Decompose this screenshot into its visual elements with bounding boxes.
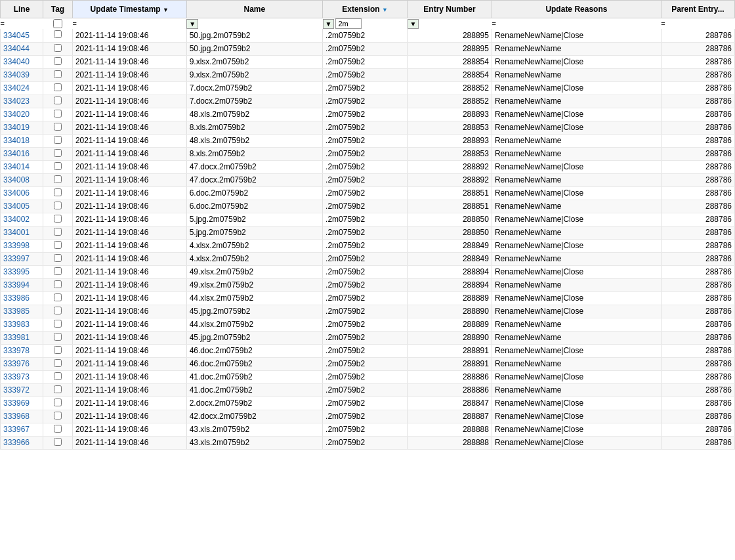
table-row[interactable]: 3340232021-11-14 19:08:467.docx.2m0759b2… [1,95,735,108]
cell-tag[interactable] [43,344,73,357]
cell-tag[interactable] [43,423,73,436]
cell-tag[interactable] [43,55,73,68]
row-checkbox[interactable] [54,188,62,196]
table-row[interactable]: 3340022021-11-14 19:08:465.jpg.2m0759b2.… [1,213,735,226]
cell-tag[interactable] [43,239,73,252]
cell-tag[interactable] [43,95,73,108]
row-checkbox[interactable] [54,267,62,275]
table-row[interactable]: 3340192021-11-14 19:08:468.xls.2m0759b2.… [1,121,735,134]
table-row[interactable]: 3339862021-11-14 19:08:4644.xlsx.2m0759b… [1,291,735,305]
table-row[interactable]: 3340392021-11-14 19:08:469.xlsx.2m0759b2… [1,68,735,81]
row-checkbox[interactable] [54,385,62,393]
row-checkbox[interactable] [54,372,62,380]
cell-tag[interactable] [43,291,73,305]
cell-tag[interactable] [43,226,73,239]
cell-tag[interactable] [43,200,73,213]
cell-tag[interactable] [43,357,73,370]
cell-tag[interactable] [43,278,73,291]
row-checkbox[interactable] [54,359,62,367]
table-row[interactable]: 3340142021-11-14 19:08:4647.docx.2m0759b… [1,160,735,173]
cell-tag[interactable] [43,68,73,81]
cell-tag[interactable] [43,252,73,265]
cell-tag[interactable] [43,331,73,344]
row-checkbox[interactable] [54,83,62,91]
table-row[interactable]: 3339662021-11-14 19:08:4643.xls.2m0759b2… [1,436,735,449]
row-checkbox[interactable] [54,228,62,236]
table-row[interactable]: 3339682021-11-14 19:08:4642.docx.2m0759b… [1,410,735,423]
row-checkbox[interactable] [54,412,62,420]
cell-tag[interactable] [43,410,73,423]
filter-input-extension[interactable] [335,18,362,29]
cell-tag[interactable] [43,29,73,42]
row-checkbox[interactable] [54,149,62,157]
cell-tag[interactable] [43,81,73,95]
table-row[interactable]: 3339812021-11-14 19:08:4645.jpg.2m0759b2… [1,331,735,344]
row-checkbox[interactable] [54,280,62,288]
table-row[interactable]: 3339952021-11-14 19:08:4649.xlsx.2m0759b… [1,265,735,278]
col-header-extension[interactable]: Extension ▼ [323,1,408,18]
table-row[interactable]: 3339762021-11-14 19:08:4646.doc.2m0759b2… [1,357,735,370]
table-row[interactable]: 3340202021-11-14 19:08:4648.xls.2m0759b2… [1,108,735,121]
cell-tag[interactable] [43,305,73,318]
table-row[interactable]: 3340062021-11-14 19:08:466.doc.2m0759b2.… [1,186,735,200]
cell-tag[interactable] [43,436,73,449]
col-header-update-reasons[interactable]: Update Reasons [492,1,661,18]
row-checkbox[interactable] [54,136,62,144]
cell-tag[interactable] [43,42,73,55]
filter-btn-entry[interactable]: ▼ [408,19,419,29]
row-checkbox[interactable] [54,293,62,301]
table-row[interactable]: 3339672021-11-14 19:08:4643.xls.2m0759b2… [1,423,735,436]
table-row[interactable]: 3339782021-11-14 19:08:4646.doc.2m0759b2… [1,344,735,357]
cell-tag[interactable] [43,121,73,134]
cell-tag[interactable] [43,213,73,226]
cell-tag[interactable] [43,318,73,331]
table-row[interactable]: 3339942021-11-14 19:08:4649.xlsx.2m0759b… [1,278,735,291]
col-header-line[interactable]: Line [1,1,43,18]
table-row[interactable]: 3340162021-11-14 19:08:468.xls.2m0759b2.… [1,147,735,160]
table-row[interactable]: 3340082021-11-14 19:08:4647.docx.2m0759b… [1,173,735,186]
table-row[interactable]: 3339732021-11-14 19:08:4641.doc.2m0759b2… [1,370,735,383]
table-row[interactable]: 3339852021-11-14 19:08:4645.jpg.2m0759b2… [1,305,735,318]
table-row[interactable]: 3340402021-11-14 19:08:469.xlsx.2m0759b2… [1,55,735,68]
cell-tag[interactable] [43,265,73,278]
row-checkbox[interactable] [54,241,62,249]
row-checkbox[interactable] [54,70,62,78]
row-checkbox[interactable] [54,333,62,341]
table-row[interactable]: 3339982021-11-14 19:08:464.xlsx.2m0759b2… [1,239,735,252]
cell-tag[interactable] [43,173,73,186]
col-header-entry-number[interactable]: Entry Number [408,1,492,18]
row-checkbox[interactable] [54,346,62,354]
row-checkbox[interactable] [54,398,62,406]
col-header-name[interactable]: Name [186,1,322,18]
table-row[interactable]: 3340242021-11-14 19:08:467.docx.2m0759b2… [1,81,735,95]
cell-tag[interactable] [43,383,73,397]
row-checkbox[interactable] [54,438,62,446]
row-checkbox[interactable] [54,110,62,118]
table-row[interactable]: 3340452021-11-14 19:08:4650.jpg.2m0759b2… [1,29,735,42]
row-checkbox[interactable] [54,30,62,38]
row-checkbox[interactable] [54,425,62,433]
table-row[interactable]: 3339692021-11-14 19:08:462.docx.2m0759b2… [1,397,735,410]
col-header-tag[interactable]: Tag [43,1,73,18]
col-header-timestamp[interactable]: Update Timestamp ▼ [72,1,186,18]
cell-tag[interactable] [43,186,73,200]
cell-tag[interactable] [43,147,73,160]
table-row[interactable]: 3339832021-11-14 19:08:4644.xlsx.2m0759b… [1,318,735,331]
table-row[interactable]: 3339972021-11-14 19:08:464.xlsx.2m0759b2… [1,252,735,265]
cell-tag[interactable] [43,370,73,383]
row-checkbox[interactable] [54,320,62,328]
row-checkbox[interactable] [54,162,62,170]
cell-tag[interactable] [43,397,73,410]
row-checkbox[interactable] [54,307,62,314]
table-row[interactable]: 3339722021-11-14 19:08:4641.doc.2m0759b2… [1,383,735,397]
row-checkbox[interactable] [54,97,62,104]
row-checkbox[interactable] [54,202,62,209]
table-row[interactable]: 3340442021-11-14 19:08:4650.jpg.2m0759b2… [1,42,735,55]
table-row[interactable]: 3340052021-11-14 19:08:466.doc.2m0759b2.… [1,200,735,213]
filter-btn-name[interactable]: ▼ [186,19,198,29]
filter-btn-extension[interactable]: ▼ [323,19,335,29]
row-checkbox[interactable] [54,215,62,223]
cell-tag[interactable] [43,160,73,173]
row-checkbox[interactable] [54,123,62,131]
row-checkbox[interactable] [54,57,62,65]
